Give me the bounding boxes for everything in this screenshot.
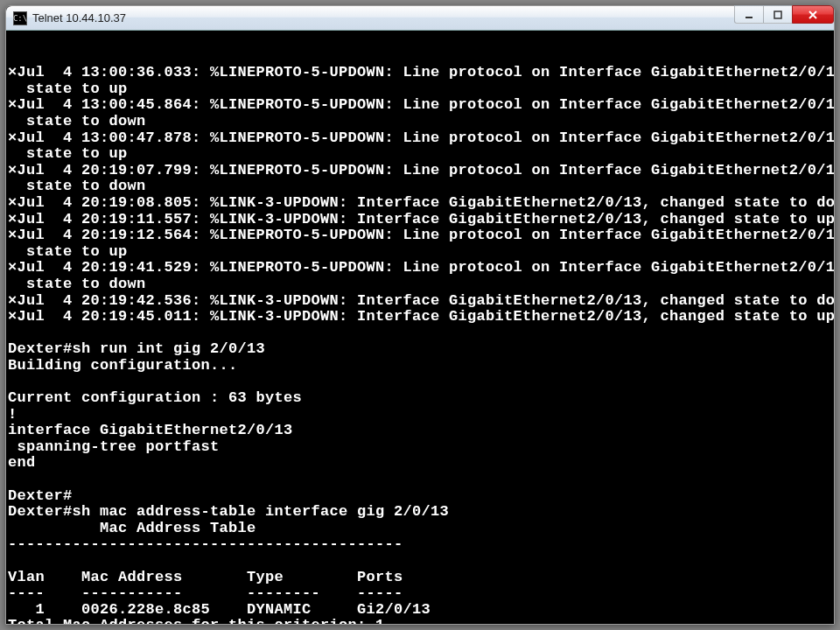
terminal-line: ×Jul 4 13:00:45.864: %LINEPROTO-5-UPDOWN… bbox=[6, 97, 834, 114]
terminal-line: Building configuration... bbox=[6, 358, 834, 374]
terminal-line: 1 0026.228e.8c85 DYNAMIC Gi2/0/13 bbox=[6, 602, 834, 619]
terminal-line: ×Jul 4 20:19:45.011: %LINK-3-UPDOWN: Int… bbox=[6, 309, 834, 326]
terminal-output[interactable]: ×Jul 4 13:00:36.033: %LINEPROTO-5-UPDOWN… bbox=[6, 31, 834, 624]
terminal-line: ---- ----------- -------- ----- bbox=[6, 585, 834, 602]
terminal-line: ×Jul 4 20:19:12.564: %LINEPROTO-5-UPDOWN… bbox=[6, 228, 834, 244]
terminal-line: ×Jul 4 20:19:42.536: %LINK-3-UPDOWN: Int… bbox=[6, 293, 834, 310]
terminal-line: ! bbox=[6, 407, 834, 424]
terminal-line: end bbox=[6, 455, 834, 472]
terminal-line: ×Jul 4 20:19:07.799: %LINEPROTO-5-UPDOWN… bbox=[6, 163, 834, 179]
terminal-line: Total Mac Addresses for this criterion: … bbox=[6, 618, 834, 624]
terminal-line: Dexter# bbox=[6, 488, 834, 505]
terminal-line: state to up bbox=[6, 244, 834, 261]
terminal-line: state to down bbox=[6, 178, 834, 195]
terminal-line bbox=[6, 472, 834, 488]
terminal-line bbox=[6, 374, 834, 390]
terminal-line: state to down bbox=[6, 276, 834, 293]
terminal-line: ----------------------------------------… bbox=[6, 536, 834, 553]
terminal-line: interface GigabitEthernet2/0/13 bbox=[6, 423, 834, 439]
window-title: Telnet 10.44.10.37 bbox=[32, 11, 126, 24]
terminal-line: Dexter#sh run int gig 2/0/13 bbox=[6, 341, 834, 358]
terminal-line: ×Jul 4 20:19:41.529: %LINEPROTO-5-UPDOWN… bbox=[6, 260, 834, 276]
terminal-line: ×Jul 4 20:19:08.805: %LINK-3-UPDOWN: Int… bbox=[6, 195, 834, 212]
terminal-line: ×Jul 4 13:00:36.033: %LINEPROTO-5-UPDOWN… bbox=[6, 65, 834, 81]
telnet-window: C:\ Telnet 10.44.10.37 ×Jul 4 13:00:36.0… bbox=[5, 5, 835, 625]
minimize-button[interactable] bbox=[734, 5, 764, 24]
terminal-line: Current configuration : 63 bytes bbox=[6, 390, 834, 407]
terminal-line: state to down bbox=[6, 114, 834, 130]
terminal-line: state to up bbox=[6, 146, 834, 163]
terminal-line: ×Jul 4 20:19:11.557: %LINK-3-UPDOWN: Int… bbox=[6, 212, 834, 228]
terminal-line: ×Jul 4 13:00:47.878: %LINEPROTO-5-UPDOWN… bbox=[6, 130, 834, 147]
terminal-line: spanning-tree portfast bbox=[6, 439, 834, 456]
svg-rect-0 bbox=[746, 17, 752, 18]
terminal-line: state to up bbox=[6, 81, 834, 98]
terminal-line: Dexter#sh mac address-table interface gi… bbox=[6, 504, 834, 521]
titlebar[interactable]: C:\ Telnet 10.44.10.37 bbox=[6, 6, 834, 31]
svg-rect-1 bbox=[774, 11, 781, 18]
maximize-button[interactable] bbox=[763, 5, 793, 24]
close-button[interactable] bbox=[792, 5, 834, 24]
terminal-line: Vlan Mac Address Type Ports bbox=[6, 570, 834, 586]
window-controls bbox=[735, 5, 834, 24]
terminal-icon: C:\ bbox=[13, 11, 27, 25]
terminal-line bbox=[6, 326, 834, 342]
terminal-line: Mac Address Table bbox=[6, 521, 834, 537]
terminal-line bbox=[6, 553, 834, 570]
